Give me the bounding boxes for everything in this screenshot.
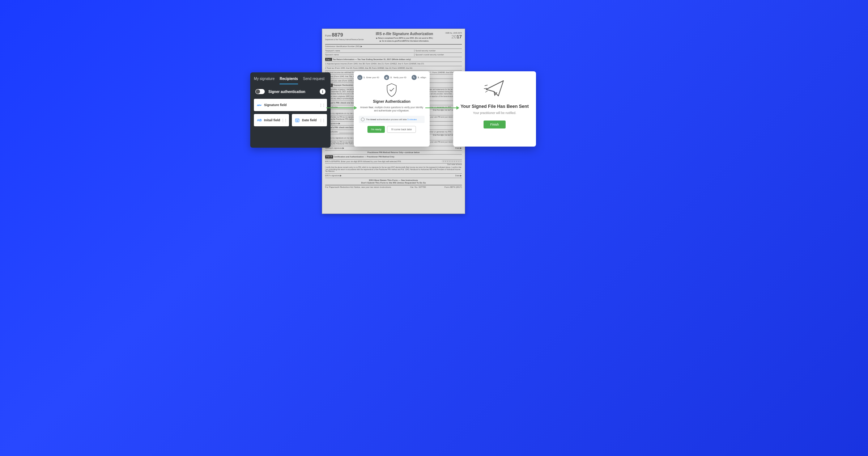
- info-icon[interactable]: i: [320, 89, 326, 94]
- come-back-later-button[interactable]: I'll come back later: [387, 126, 416, 133]
- finish-button[interactable]: Finish: [484, 121, 505, 128]
- ready-button[interactable]: I'm ready: [367, 126, 385, 133]
- signer-auth-modal: ▭1.Enter your ID ◐2.Verify your ID ✎3.eS…: [354, 71, 430, 147]
- pen-icon: ✎: [412, 75, 417, 80]
- modal-description: Answer four, multiple choice questions t…: [357, 106, 426, 112]
- form-subtitle-1: ▶ Return completed Form 8879 to your ERO…: [364, 37, 446, 39]
- initial-field[interactable]: AB Initail field ⋮⋮: [254, 114, 289, 126]
- svg-text:31: 31: [296, 120, 298, 122]
- shield-check-icon: [357, 83, 426, 97]
- clock-icon: [361, 118, 365, 121]
- initial-icon: AB: [257, 118, 262, 123]
- step-enter-id: ▭1.Enter your ID: [357, 75, 379, 80]
- tab-send-request[interactable]: Send request: [303, 77, 325, 84]
- confirmation-title: Your Signed File Has Been Sent: [458, 104, 531, 109]
- form-label: Form: [325, 34, 331, 37]
- modal-title: Signer Authentication: [357, 100, 426, 104]
- panel-tabs: My signature Recipients Send request: [250, 72, 331, 84]
- step-verify-id: ◐2.Verify your ID: [384, 75, 406, 80]
- confirmation-desc: Your practitioner will be notified.: [458, 111, 531, 115]
- signature-panel: My signature Recipients Send request Sig…: [250, 72, 331, 148]
- drag-handle-icon: ⋮⋮: [319, 103, 325, 107]
- flow-arrow-2: [425, 107, 459, 108]
- verify-icon: ◐: [384, 75, 389, 80]
- initial-field-label: Initail field: [264, 118, 280, 122]
- form-number: 8879: [332, 32, 343, 38]
- signer-auth-label: Signer authentication: [268, 90, 316, 94]
- paper-plane-icon: [458, 79, 531, 98]
- auth-steps: ▭1.Enter your ID ◐2.Verify your ID ✎3.eS…: [357, 75, 426, 80]
- sid-row: Submission Identification Number (SID) ▶: [325, 45, 462, 49]
- drag-handle-icon: ⋮⋮: [281, 118, 287, 122]
- timed-notice: The timed authentication process will ta…: [359, 116, 425, 123]
- tab-my-signature[interactable]: My signature: [254, 77, 275, 84]
- form-dept: Department of the Treasury Internal Reve…: [325, 39, 364, 41]
- sent-confirmation-card: Your Signed File Has Been Sent Your prac…: [453, 71, 536, 147]
- form-subtitle-2: ▶ Go to www.irs.gov/Form8879 for the lat…: [364, 40, 446, 42]
- signer-auth-toggle[interactable]: [255, 89, 265, 94]
- date-field-label: Date field: [302, 118, 317, 122]
- calendar-icon: 31: [295, 118, 300, 123]
- step-esign: ✎3.eSign: [412, 75, 426, 80]
- signature-icon: [257, 102, 262, 107]
- drag-handle-icon: ⋮⋮: [319, 118, 325, 122]
- signature-field[interactable]: Signature field ⋮⋮: [254, 99, 327, 111]
- signature-field-label: Signature field: [264, 103, 287, 107]
- date-field[interactable]: 31 Date field ⋮⋮: [292, 114, 327, 126]
- id-card-icon: ▭: [357, 75, 362, 80]
- flow-arrow-1: [326, 107, 357, 108]
- tab-recipients[interactable]: Recipients: [280, 77, 298, 84]
